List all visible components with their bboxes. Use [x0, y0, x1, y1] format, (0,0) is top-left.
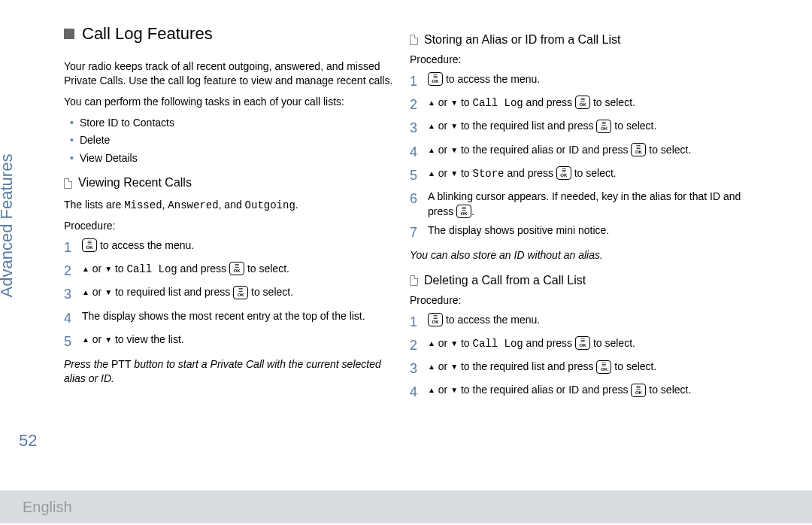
step-number: 2 [410, 96, 420, 114]
ok-button-icon: ☰OK [229, 262, 244, 275]
side-section-label: Advanced Features [0, 154, 19, 298]
right-column: Storing an Alias or ID from a Call List … [410, 23, 771, 483]
bullet-icon: • [70, 116, 74, 131]
down-arrow-icon: ▼ [450, 339, 458, 347]
ok-button-icon: ☰OK [82, 238, 97, 252]
down-arrow-icon: ▼ [105, 265, 112, 273]
bullet-list: •Store ID to Contacts •Delete •View Deta… [64, 116, 395, 166]
bullet-icon: • [70, 133, 74, 148]
down-arrow-icon: ▼ [450, 169, 458, 178]
procedure-label: Procedure: [410, 293, 756, 308]
up-arrow-icon: ▲ [82, 335, 89, 344]
list-description: The lists are Missed, Answered, and Outg… [64, 198, 395, 214]
procedure-label: Procedure: [410, 53, 756, 68]
subheading-row: Storing an Alias or ID from a Call List [410, 32, 756, 48]
ok-button-icon: ☰OK [428, 72, 443, 86]
up-arrow-icon: ▲ [428, 387, 435, 395]
step-number: 5 [64, 332, 74, 351]
left-column: Call Log Features Your radio keeps track… [64, 23, 410, 483]
step-text: ▲ or ▼ to the required alias or ID and p… [428, 383, 756, 402]
note-text: You can also store an ID without an alia… [410, 248, 756, 263]
step-number: 6 [410, 190, 420, 219]
steps-list: 1☰OK to access the menu. 2▲ or ▼ to Call… [410, 72, 756, 242]
step-number: 3 [410, 360, 420, 378]
square-bullet-icon [64, 29, 74, 39]
step-text: ☰OK to access the menu. [82, 238, 395, 257]
step-number: 1 [410, 313, 420, 332]
down-arrow-icon: ▼ [450, 387, 458, 395]
note-text: Press the PTT button to start a Private … [64, 357, 395, 387]
step-text: ▲ or ▼ to Store and press ☰OK to select. [428, 166, 756, 185]
steps-list: 1☰OK to access the menu. 2▲ or ▼ to Call… [410, 313, 756, 402]
subheading-row: Viewing Recent Calls [64, 174, 395, 191]
steps-list: 1☰OK to access the menu. 2▲ or ▼ to Call… [64, 238, 395, 351]
up-arrow-icon: ▲ [428, 146, 435, 154]
down-arrow-icon: ▼ [450, 146, 458, 154]
step-number: 1 [64, 238, 74, 257]
ok-button-icon: ☰OK [596, 120, 611, 133]
step-text: The display shows the most recent entry … [82, 309, 395, 328]
step-text: ▲ or ▼ to view the list. [82, 332, 395, 351]
step-number: 4 [64, 309, 74, 328]
page-number: 52 [19, 429, 37, 453]
step-text: ▲ or ▼ to Call Log and press ☰OK to sele… [428, 336, 756, 355]
step-number: 4 [410, 143, 420, 162]
ok-button-icon: ☰OK [456, 205, 471, 218]
ok-button-icon: ☰OK [556, 166, 571, 180]
intro-paragraph-1: Your radio keeps track of all recent out… [64, 59, 395, 89]
step-number: 1 [410, 72, 420, 91]
step-text: ▲ or ▼ to Call Log and press ☰OK to sele… [428, 96, 756, 114]
down-arrow-icon: ▼ [450, 99, 458, 107]
ok-button-icon: ☰OK [428, 313, 443, 326]
ok-button-icon: ☰OK [233, 286, 248, 299]
subheading: Storing an Alias or ID from a Call List [424, 32, 620, 48]
ok-button-icon: ☰OK [575, 96, 590, 109]
up-arrow-icon: ▲ [428, 99, 435, 107]
document-icon [410, 35, 418, 45]
step-text: ▲ or ▼ to required list and press ☰OK to… [82, 285, 395, 304]
bullet-icon: • [70, 151, 74, 166]
up-arrow-icon: ▲ [428, 339, 435, 347]
up-arrow-icon: ▲ [428, 123, 435, 131]
step-text: A blinking cursor appears. If needed, ke… [428, 190, 756, 219]
step-number: 2 [64, 262, 74, 281]
ok-button-icon: ☰OK [631, 143, 646, 156]
down-arrow-icon: ▼ [105, 335, 112, 344]
subheading: Deleting a Call from a Call List [424, 272, 586, 289]
page-content: Advanced Features 52 Call Log Features Y… [0, 0, 812, 490]
footer-language: English [23, 496, 72, 517]
down-arrow-icon: ▼ [450, 123, 458, 131]
bullet-item: View Details [80, 151, 138, 166]
up-arrow-icon: ▲ [82, 265, 89, 273]
ok-button-icon: ☰OK [631, 384, 646, 397]
ok-button-icon: ☰OK [596, 360, 611, 374]
subheading-row: Deleting a Call from a Call List [410, 272, 756, 289]
main-heading: Call Log Features [82, 23, 213, 46]
ok-button-icon: ☰OK [575, 336, 590, 350]
down-arrow-icon: ▼ [105, 289, 112, 297]
step-number: 4 [410, 383, 420, 402]
bullet-item: Store ID to Contacts [80, 116, 174, 131]
main-heading-row: Call Log Features [64, 23, 395, 46]
bullet-item: Delete [80, 133, 110, 148]
step-text: ▲ or ▼ to the required alias or ID and p… [428, 143, 756, 162]
step-text: ▲ or ▼ to the required list and press ☰O… [428, 360, 756, 378]
step-text: The display shows positive mini notice. [428, 223, 756, 242]
intro-paragraph-2: You can perform the following tasks in e… [64, 95, 395, 110]
document-icon [410, 275, 418, 286]
document-icon [64, 178, 72, 189]
step-text: ☰OK to access the menu. [428, 72, 756, 91]
step-number: 5 [410, 166, 420, 185]
step-text: ▲ or ▼ to the required list and press ☰O… [428, 119, 756, 138]
up-arrow-icon: ▲ [428, 363, 435, 372]
step-number: 7 [410, 223, 420, 242]
step-text: ▲ or ▼ to Call Log and press ☰OK to sele… [82, 262, 395, 281]
footer-bar: English [0, 490, 812, 523]
subheading: Viewing Recent Calls [78, 174, 192, 191]
procedure-label: Procedure: [64, 219, 395, 234]
step-number: 3 [410, 119, 420, 138]
up-arrow-icon: ▲ [82, 289, 89, 297]
step-text: ☰OK to access the menu. [428, 313, 756, 332]
up-arrow-icon: ▲ [428, 169, 435, 178]
step-number: 3 [64, 285, 74, 304]
